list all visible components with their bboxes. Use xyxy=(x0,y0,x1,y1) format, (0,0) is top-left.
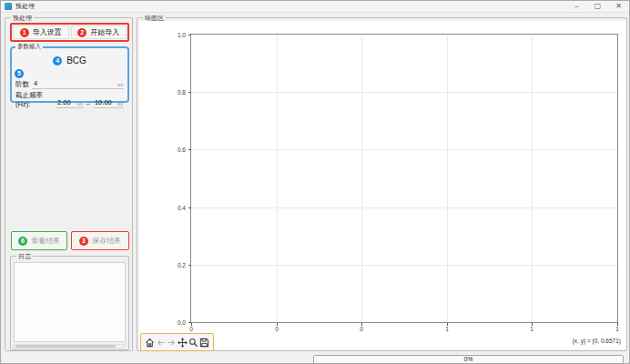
x-tick-label: 0 xyxy=(189,326,193,332)
import-settings-button[interactable]: 1 导入设置 xyxy=(13,25,69,39)
y-tick-label: 0.2 xyxy=(178,262,186,268)
save-icon[interactable] xyxy=(199,338,209,348)
order-label: 阶数 xyxy=(15,80,29,89)
order-row: 阶数 4 ∧∨ xyxy=(15,79,124,89)
gridline-horizontal xyxy=(191,92,617,93)
app-window: 预处理 – ▢ ✕ 预处理 1 导入设置 2 开始导入 参数输入 4 BCG xyxy=(0,0,630,364)
gridline-vertical xyxy=(532,35,533,322)
close-button[interactable]: ✕ xyxy=(608,1,629,13)
plot-group: 绘图区 0001111.00.80.60.40.20.0 xyxy=(137,17,627,351)
preprocess-group-label: 预处理 xyxy=(11,14,34,23)
minimize-button[interactable]: – xyxy=(566,1,587,13)
scrollbar-thumb[interactable] xyxy=(15,345,116,348)
y-tick-mark xyxy=(188,92,191,93)
gridline-vertical xyxy=(361,35,362,322)
y-tick-label: 0.8 xyxy=(178,89,186,96)
cutoff-high-value: 10.00 xyxy=(95,98,112,106)
cutoff-row: 截止频率(Hz): 2.00 ∧∨ ~ 10.00 ∧∨ xyxy=(15,91,124,108)
order-value: 4 xyxy=(34,79,37,87)
mpl-toolbar xyxy=(140,333,214,351)
save-results-button[interactable]: 3 保存结果 xyxy=(71,231,129,250)
home-icon[interactable] xyxy=(145,338,155,348)
y-tick-label: 1.0 xyxy=(178,32,186,38)
view-results-label: 查看结果 xyxy=(31,236,60,246)
bcg-row: 4 BCG xyxy=(12,56,127,66)
x-tick-label: 1 xyxy=(445,326,449,332)
step-badge-2: 2 xyxy=(77,28,86,37)
pan-icon[interactable] xyxy=(178,338,188,348)
x-tick-label: 1 xyxy=(530,326,533,332)
step-badge-4: 4 xyxy=(53,56,62,66)
step-badge-1: 1 xyxy=(20,28,29,37)
forward-icon[interactable] xyxy=(167,338,177,348)
plot-area[interactable]: 0001111.00.80.60.40.20.0 xyxy=(190,34,618,323)
cutoff-label: 截止频率(Hz): xyxy=(15,91,53,108)
y-tick-mark xyxy=(188,265,191,266)
progress-text: 0% xyxy=(463,356,472,362)
y-tick-label: 0.4 xyxy=(178,205,186,211)
gridline-vertical xyxy=(447,35,448,322)
step-badge-5: 5 xyxy=(15,69,24,78)
window-controls: – ▢ ✕ xyxy=(566,1,629,13)
spin-down-icon[interactable]: ∨ xyxy=(120,101,123,106)
cursor-coordinates-readout: (x, y) = (0, 0.6571) xyxy=(573,338,621,344)
import-buttons-frame: 1 导入设置 2 开始导入 xyxy=(10,23,129,42)
import-settings-label: 导入设置 xyxy=(33,27,62,37)
progress-bar: 0% xyxy=(313,355,624,364)
step-badge-3: 3 xyxy=(79,237,88,246)
back-icon[interactable] xyxy=(156,338,166,348)
zoom-icon[interactable] xyxy=(188,338,198,348)
y-tick-mark xyxy=(188,149,191,150)
bcg-label: BCG xyxy=(66,56,86,66)
spin-down-icon[interactable]: ∨ xyxy=(120,82,123,87)
start-import-label: 开始导入 xyxy=(90,27,119,37)
app-icon xyxy=(5,3,12,10)
cutoff-separator: ~ xyxy=(86,100,90,108)
y-tick-mark xyxy=(188,207,191,208)
save-results-label: 保存结果 xyxy=(92,236,121,246)
order-spinbox[interactable]: 4 ∧∨ xyxy=(32,79,124,89)
figure-canvas[interactable]: 0001111.00.80.60.40.20.0 xyxy=(139,21,626,349)
x-tick-label: 1 xyxy=(615,326,619,332)
cutoff-high-spinbox[interactable]: 10.00 ∧∨ xyxy=(93,98,124,108)
cutoff-low-spinbox[interactable]: 2.00 ∧∨ xyxy=(56,98,84,108)
x-tick-label: 0 xyxy=(275,326,279,332)
cutoff-low-value: 2.00 xyxy=(57,98,71,106)
x-tick-label: 0 xyxy=(360,326,363,332)
gridline-horizontal xyxy=(191,149,617,150)
maximize-button[interactable]: ▢ xyxy=(587,1,608,13)
y-tick-label: 0.6 xyxy=(178,147,186,153)
log-group: 日志 xyxy=(10,256,129,350)
titlebar: 预处理 – ▢ ✕ xyxy=(1,1,629,13)
preprocess-group: 预处理 1 导入设置 2 开始导入 参数输入 4 BCG 5 阶数 xyxy=(5,17,133,351)
y-tick-mark xyxy=(188,35,191,35)
log-horizontal-scrollbar[interactable] xyxy=(14,344,126,349)
gridline-horizontal xyxy=(191,207,617,208)
y-tick-mark xyxy=(188,322,191,323)
y-tick-label: 0.0 xyxy=(178,319,186,326)
window-title: 预处理 xyxy=(15,2,35,11)
log-group-label: 日志 xyxy=(16,252,33,261)
start-import-button[interactable]: 2 开始导入 xyxy=(71,25,127,39)
spin-down-icon[interactable]: ∨ xyxy=(79,101,82,106)
step-badge-6: 6 xyxy=(18,237,27,246)
log-textarea[interactable] xyxy=(14,262,126,342)
view-results-button[interactable]: 6 查看结果 xyxy=(11,231,67,250)
gridline-horizontal xyxy=(191,265,617,266)
gridline-vertical xyxy=(277,35,278,322)
param-group-label: 参数输入 xyxy=(15,43,43,51)
param-input-group: 参数输入 4 BCG 5 阶数 4 ∧∨ 截止频率(Hz): 2.00 ∧∨ xyxy=(10,46,129,103)
